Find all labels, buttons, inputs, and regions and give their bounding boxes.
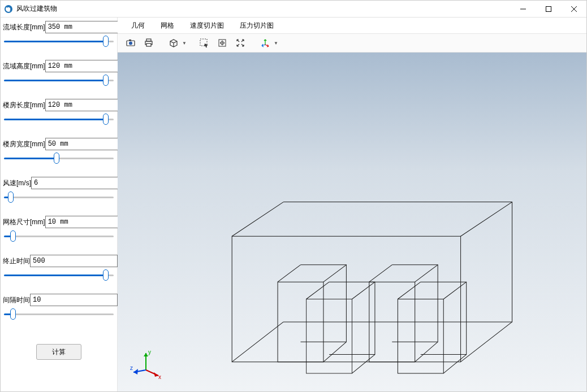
param-slider-6[interactable] <box>4 269 114 281</box>
svg-line-27 <box>415 265 438 282</box>
window-title: 风吹过建筑物 <box>16 4 510 14</box>
tab-pressure-slice[interactable]: 压力切片图 <box>232 18 282 34</box>
svg-line-19 <box>232 322 283 362</box>
param-slider-1[interactable] <box>4 75 114 86</box>
titlebar: 风吹过建筑物 <box>1 1 586 18</box>
print-icon[interactable] <box>141 36 156 50</box>
svg-line-31 <box>443 355 466 373</box>
maximize-button[interactable] <box>536 1 561 17</box>
tab-mesh[interactable]: 网格 <box>153 18 182 34</box>
app-icon <box>4 5 13 14</box>
svg-line-20 <box>278 265 300 282</box>
param-slider-3[interactable] <box>4 153 114 164</box>
svg-line-18 <box>461 322 512 362</box>
svg-rect-7 <box>129 40 131 41</box>
axis-icon[interactable] <box>258 36 273 50</box>
param-label: 网格尺寸[mm] <box>3 217 45 227</box>
svg-line-24 <box>352 282 375 299</box>
viewport-3d[interactable]: y x z <box>118 53 586 391</box>
svg-line-16 <box>232 202 283 237</box>
fit-icon[interactable] <box>233 36 248 50</box>
param-label: 楼房长度[mm] <box>3 101 45 110</box>
toolbar: ▼ ▼ <box>118 33 586 53</box>
param-label: 楼房宽度[mm] <box>3 140 45 149</box>
svg-text:y: y <box>148 349 151 355</box>
axis-triad: y x z <box>129 346 163 380</box>
param-slider-0[interactable] <box>4 36 114 47</box>
svg-line-29 <box>398 282 420 299</box>
camera-icon[interactable] <box>123 36 138 50</box>
svg-line-30 <box>443 282 466 299</box>
svg-line-23 <box>307 282 329 299</box>
tab-velocity-slice[interactable]: 速度切片图 <box>182 18 232 34</box>
param-input-6[interactable] <box>30 255 118 267</box>
tab-bar: 几何 网格 速度切片图 压力切片图 <box>118 18 586 33</box>
param-input-7[interactable] <box>30 294 118 306</box>
param-label: 终止时间 <box>3 256 30 266</box>
box-view-dropdown-icon[interactable]: ▼ <box>182 41 187 46</box>
parameter-sidebar: 流域长度[mm]流域高度[mm]楼房长度[mm]楼房宽度[mm]风速[m/s]网… <box>1 18 118 391</box>
pan-icon[interactable] <box>215 36 230 50</box>
svg-line-21 <box>323 265 346 282</box>
param-label: 风速[m/s] <box>3 178 31 188</box>
svg-rect-9 <box>146 39 151 41</box>
minimize-button[interactable] <box>510 1 536 17</box>
svg-rect-2 <box>546 6 551 11</box>
param-slider-4[interactable] <box>4 191 114 203</box>
svg-rect-10 <box>146 43 151 46</box>
box-view-icon[interactable] <box>166 36 181 50</box>
svg-point-6 <box>129 42 132 45</box>
svg-text:z: z <box>130 365 133 371</box>
svg-line-25 <box>352 355 375 373</box>
param-label: 流域长度[mm] <box>3 23 45 32</box>
axis-dropdown-icon[interactable]: ▼ <box>274 41 278 46</box>
param-slider-7[interactable] <box>4 308 114 320</box>
svg-line-26 <box>369 265 392 282</box>
param-slider-5[interactable] <box>4 230 114 242</box>
param-label: 间隔时间 <box>3 295 30 305</box>
svg-line-22 <box>323 342 346 361</box>
tab-geometry[interactable]: 几何 <box>123 18 153 34</box>
param-input-4[interactable] <box>31 177 119 189</box>
svg-text:x: x <box>158 374 161 380</box>
param-label: 流域高度[mm] <box>3 62 45 71</box>
close-button[interactable] <box>561 1 586 17</box>
svg-line-17 <box>461 202 512 237</box>
wireframe-geometry <box>118 53 586 391</box>
select-icon[interactable] <box>197 36 212 50</box>
svg-line-28 <box>415 342 438 361</box>
compute-button[interactable]: 计算 <box>36 344 81 360</box>
param-slider-2[interactable] <box>4 114 114 125</box>
